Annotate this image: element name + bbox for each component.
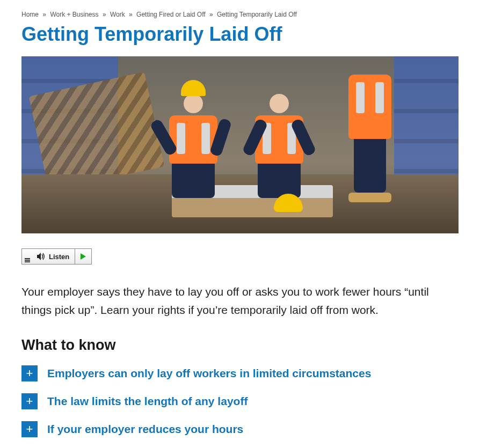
accordion-item[interactable]: + Employers can only lay off workers in … <box>21 365 459 381</box>
breadcrumb-link[interactable]: Home <box>21 11 39 18</box>
breadcrumb: Home » Work + Business » Work » Getting … <box>21 11 459 18</box>
listen-widget[interactable]: Listen <box>21 248 92 265</box>
listen-label: Listen <box>49 249 75 264</box>
speaker-icon <box>33 249 49 264</box>
accordion-title: Employers can only lay off workers in li… <box>47 367 371 380</box>
accordion-item[interactable]: + If your employer reduces your hours <box>21 421 459 437</box>
accordion-item[interactable]: + The law limits the length of any layof… <box>21 393 459 409</box>
accordion-title: If your employer reduces your hours <box>47 423 243 436</box>
expand-icon: + <box>21 393 38 409</box>
accordion-title: The law limits the length of any layoff <box>47 395 248 408</box>
breadcrumb-separator: » <box>42 11 46 18</box>
play-button[interactable] <box>75 249 91 264</box>
page-title: Getting Temporarily Laid Off <box>21 23 459 46</box>
breadcrumb-link[interactable]: Work <box>110 11 125 18</box>
listen-menu-button[interactable] <box>22 249 33 264</box>
breadcrumb-separator: » <box>103 11 106 18</box>
breadcrumb-separator: » <box>129 11 133 18</box>
breadcrumb-current: Getting Temporarily Laid Off <box>217 11 297 18</box>
hero-image <box>21 56 459 233</box>
section-heading: What to know <box>21 337 459 354</box>
breadcrumb-separator: » <box>209 11 213 18</box>
breadcrumb-link[interactable]: Getting Fired or Laid Off <box>136 11 206 18</box>
expand-icon: + <box>21 421 38 437</box>
intro-text: Your employer says they have to lay you … <box>21 283 459 319</box>
menu-icon <box>25 258 30 262</box>
svg-marker-0 <box>37 253 41 260</box>
breadcrumb-link[interactable]: Work + Business <box>50 11 98 18</box>
expand-icon: + <box>21 365 38 381</box>
play-icon <box>81 253 86 260</box>
